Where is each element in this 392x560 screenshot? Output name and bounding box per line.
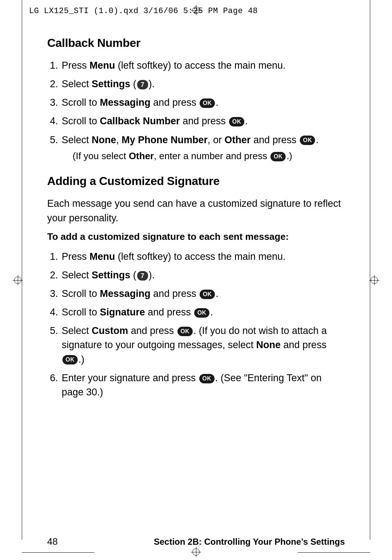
ok-badge: OK [62,355,78,364]
step-number: 5. [47,133,58,147]
step-number: 5. [47,324,58,338]
section2-step-1: 1. Press Menu (left softkey) to access t… [47,250,345,264]
footer-section-title: Section 2B: Controlling Your Phone’s Set… [154,537,345,547]
section2-step-3: 3. Scroll to Messaging and press OK. [47,287,345,301]
bold-text: None [256,339,281,350]
bold-text: Signature [100,307,145,318]
section1-step-1: 1. Press Menu (left softkey) to access t… [47,59,345,73]
section2-step-5: 5. Select Custom and press OK. (If you d… [47,324,345,366]
step-content: Press Menu (left softkey) to access the … [62,59,345,73]
section2-title: Adding a Customized Signature [47,174,345,188]
section2-steps: 1. Press Menu (left softkey) to access t… [47,250,345,399]
ok-badge: OK [194,308,209,318]
step-content: Select Custom and press OK. (If you do n… [62,324,345,366]
bold-text: Messaging [100,97,151,108]
ok-badge: OK [270,152,286,161]
bold-text: Other [225,134,251,145]
bold-text: Menu [90,60,115,71]
bold-text: Custom [92,325,128,336]
registration-mark-left [13,275,23,285]
step-number: 2. [47,77,58,91]
step-content: Scroll to Messaging and press OK. [62,287,345,301]
bold-text: Other [129,150,154,161]
section2-step-2: 2. Select Settings (7). [47,268,345,282]
section1-step-2: 2. Select Settings (7). [47,77,345,91]
step-content: Enter your signature and press OK. (See … [62,371,345,399]
border-top-left [22,0,22,20]
step-content: Select None, My Phone Number, or Other a… [62,133,345,163]
step-content: Select Settings (7). [62,77,345,91]
ok-badge: OK [200,290,215,299]
step-content: Press Menu (left softkey) to access the … [62,250,345,264]
header-text: LG LX125_STI (1.0).qxd 3/16/06 5:25 PM P… [29,7,258,16]
bold-text: My Phone Number [122,134,208,145]
ok-badge: OK [177,327,193,336]
bold-text: Messaging [100,288,151,299]
step-number: 4. [47,114,58,128]
registration-mark-right [369,275,379,285]
step-content: Scroll to Signature and press OK. [62,305,345,319]
section1-step-4: 4. Scroll to Callback Number and press O… [47,114,345,128]
step-number: 1. [47,250,58,264]
bold-text: None [92,134,117,145]
ok-badge: OK [199,374,215,383]
border-right [370,20,370,540]
step-number: 6. [47,371,58,385]
step-number: 2. [47,268,58,282]
ok-badge: OK [300,136,315,145]
section2-instruction-note: To add a customized signature to each se… [47,231,345,242]
number-badge: 7 [137,271,148,281]
step-number: 4. [47,305,58,319]
page-number: 48 [47,536,58,547]
sub-note: (If you select Other, enter a number and… [62,149,345,163]
section2-description: Each message you send can have a customi… [47,197,345,225]
step-content: Scroll to Messaging and press OK. [62,96,345,110]
section1-title: Callback Number [47,36,345,50]
step-number: 3. [47,96,58,110]
step-number: 1. [47,59,58,73]
page-content: Callback Number 1. Press Menu (left soft… [47,36,345,524]
registration-mark-bottom [191,547,201,557]
section1-steps: 1. Press Menu (left softkey) to access t… [47,59,345,163]
border-bottom-right [298,552,370,553]
bold-text: Callback Number [100,116,180,126]
border-top-right [370,0,370,20]
step-content: Select Settings (7). [62,268,345,282]
border-bottom-left [22,552,94,553]
page-header: LG LX125_STI (1.0).qxd 3/16/06 5:25 PM P… [29,7,363,16]
step-content: Scroll to Callback Number and press OK. [62,114,345,128]
page-footer: 48 Section 2B: Controlling Your Phone’s … [47,536,345,547]
bold-text: Settings [92,78,131,89]
section2-step-6: 6. Enter your signature and press OK. (S… [47,371,345,399]
section1-step-3: 3. Scroll to Messaging and press OK. [47,96,345,110]
number-badge: 7 [137,80,148,89]
bold-text: Menu [90,251,115,262]
section1-step-5: 5. Select None, My Phone Number, or Othe… [47,133,345,163]
border-left [22,20,22,540]
bold-text: Settings [92,270,131,281]
ok-badge: OK [200,98,215,108]
ok-badge: OK [229,117,244,126]
section2-step-4: 4. Scroll to Signature and press OK. [47,305,345,319]
step-number: 3. [47,287,58,301]
